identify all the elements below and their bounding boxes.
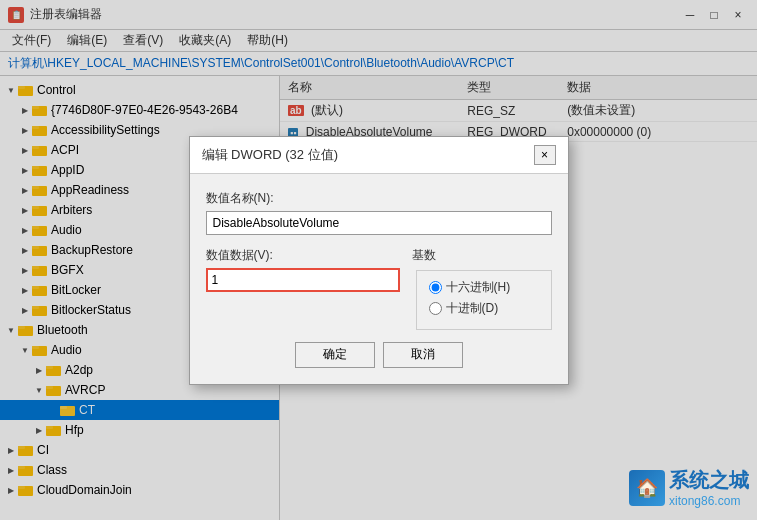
dec-radio-label[interactable]: 十进制(D) (429, 300, 539, 317)
dialog-title: 编辑 DWORD (32 位值) (202, 146, 339, 164)
hex-radio-label[interactable]: 十六进制(H) (429, 279, 539, 296)
base-group: 十六进制(H) 十进制(D) (416, 270, 552, 330)
dec-radio[interactable] (429, 302, 442, 315)
data-field-label: 数值数据(V): (206, 247, 400, 264)
hex-radio-text: 十六进制(H) (446, 279, 511, 296)
data-left: 数值数据(V): (206, 247, 400, 330)
ok-button[interactable]: 确定 (295, 342, 375, 368)
dialog-buttons: 确定 取消 (206, 342, 552, 368)
dialog-title-bar: 编辑 DWORD (32 位值) × (190, 137, 568, 174)
value-input-box (206, 268, 400, 292)
name-field-group: 数值名称(N): (206, 190, 552, 247)
data-right: 基数 十六进制(H) 十进制(D) (412, 247, 552, 330)
data-row: 数值数据(V): 基数 十六进制(H) 十进制(D) (206, 247, 552, 330)
value-input[interactable] (212, 273, 394, 287)
base-group-label: 基数 (412, 247, 552, 264)
name-input[interactable] (206, 211, 552, 235)
dec-radio-text: 十进制(D) (446, 300, 499, 317)
dialog-close-button[interactable]: × (534, 145, 556, 165)
dialog-body: 数值名称(N): 数值数据(V): 基数 十六进制(H) (190, 174, 568, 384)
cancel-button[interactable]: 取消 (383, 342, 463, 368)
hex-radio[interactable] (429, 281, 442, 294)
edit-dword-dialog: 编辑 DWORD (32 位值) × 数值名称(N): 数值数据(V): 基数 (189, 136, 569, 385)
modal-overlay: 编辑 DWORD (32 位值) × 数值名称(N): 数值数据(V): 基数 (0, 0, 757, 520)
name-field-label: 数值名称(N): (206, 190, 552, 207)
